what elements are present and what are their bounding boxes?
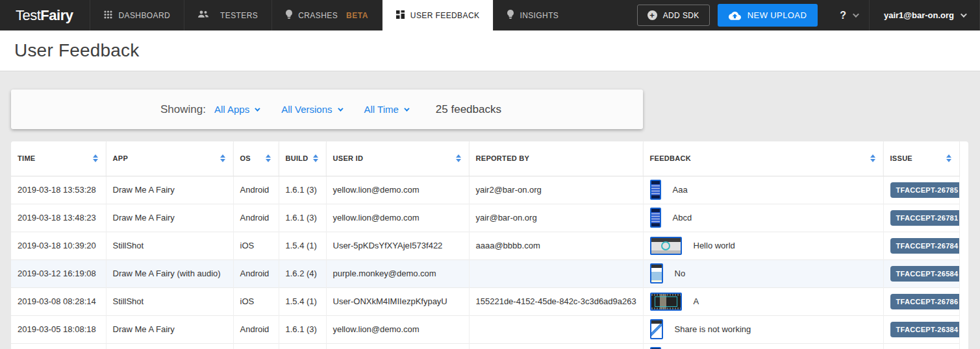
column-header-time[interactable]: TIME <box>11 141 106 176</box>
filter-all-apps[interactable]: All Apps <box>214 104 258 115</box>
top-nav: TestFairy DASHBOARD TESTERS CRASHES BETA… <box>0 0 980 30</box>
sort-icon[interactable] <box>220 154 225 162</box>
bulb-icon <box>507 10 514 21</box>
testfairy-logo[interactable]: TestFairy <box>0 0 90 30</box>
cell-time: 2019-03-08 08:28:14 <box>11 287 106 315</box>
nav-item-crashes[interactable]: CRASHES BETA <box>271 0 382 30</box>
title-band: User Feedback <box>0 30 980 71</box>
nav-item-testers[interactable]: TESTERS <box>184 0 271 30</box>
feedback-text: No <box>675 269 686 278</box>
filter-all-versions[interactable]: All Versions <box>281 104 341 115</box>
cell-user-id: yellow.lion@demo.com <box>326 204 469 232</box>
feedback-count: 25 feedbacks <box>436 103 501 116</box>
nav-right-actions: + ADD SDK NEW UPLOAD ? yair1@bar-on.org <box>637 0 980 30</box>
sort-icon[interactable] <box>93 154 98 162</box>
cell-app: StillShot <box>106 232 233 259</box>
column-header-issue[interactable]: ISSUE <box>883 141 959 176</box>
cell-app: StillShot <box>106 287 233 315</box>
cell-user-id: yellow.lion@demo.com <box>326 176 469 204</box>
cell-time: 2019-03-12 16:19:08 <box>11 259 106 287</box>
column-label: BUILD <box>286 154 308 162</box>
nav-item-user-feedback[interactable]: USER FEEDBACK <box>382 0 494 30</box>
grid-icon <box>104 10 112 21</box>
column-label: FEEDBACK <box>650 154 692 162</box>
table-row[interactable]: 2019-03-12 16:19:08 Draw Me A Fairy (wit… <box>11 259 959 287</box>
feedback-thumbnail[interactable] <box>650 237 682 255</box>
filter-label: All Time <box>364 104 399 115</box>
cell-reported-by: 155221de-4152-45de-842c-3c3d6ad9a263 <box>469 287 643 315</box>
cell-issue: TFACCEPT-26785 <box>883 176 959 204</box>
cell-build: 1.5.4 (1) <box>279 287 326 315</box>
cell-user-id: purple.monkey@demo.com <box>326 259 469 287</box>
filter-all-time[interactable]: All Time <box>364 104 408 115</box>
feedback-thumbnail[interactable] <box>650 319 663 339</box>
help-icon: ? <box>840 10 846 21</box>
cell-os: iOS <box>233 232 279 259</box>
table-row[interactable]: 2019-03-18 13:53:28 Draw Me A Fairy Andr… <box>11 176 959 204</box>
table-row[interactable] <box>11 343 959 349</box>
column-header-user-id[interactable]: USER ID <box>326 141 469 176</box>
cell-issue: TFACCEPT-26784 <box>883 232 959 259</box>
bulb-icon <box>286 10 292 21</box>
issue-badge[interactable]: TFACCEPT-26786 <box>890 294 960 309</box>
nav-item-label: INSIGHTS <box>520 11 559 20</box>
nav-item-label: USER FEEDBACK <box>410 11 480 20</box>
account-menu[interactable]: yair1@bar-on.org <box>869 0 980 30</box>
feedback-text: Hello world <box>694 241 735 250</box>
feedback-thumbnail[interactable] <box>650 293 682 311</box>
cell-reported-by <box>469 259 643 287</box>
sort-icon[interactable] <box>266 154 271 162</box>
cell-user-id: User-5pKDsYfXYAjeI573f422 <box>326 232 469 259</box>
feedback-grid-icon <box>396 10 405 21</box>
column-header-app[interactable]: APP <box>106 141 233 176</box>
new-upload-button[interactable]: NEW UPLOAD <box>718 4 818 27</box>
plus-circle-icon: + <box>647 10 657 20</box>
feedback-thumbnail[interactable] <box>650 263 663 283</box>
chevron-down-icon <box>338 106 343 111</box>
cell-feedback: Aaa <box>643 176 883 204</box>
sort-icon[interactable] <box>946 154 951 162</box>
add-sdk-button[interactable]: + ADD SDK <box>637 5 710 26</box>
column-header-reported-by: REPORTED BY <box>469 141 643 176</box>
sort-icon[interactable] <box>313 154 318 162</box>
nav-item-dashboard[interactable]: DASHBOARD <box>90 0 184 30</box>
table-row[interactable]: 2019-03-18 10:39:20 StillShot iOS 1.5.4 … <box>11 232 959 259</box>
cell-feedback: A <box>643 287 883 315</box>
issue-badge[interactable]: TFACCEPT-26784 <box>890 238 960 254</box>
issue-badge[interactable]: TFACCEPT-26785 <box>890 182 960 198</box>
table-row[interactable]: 2019-03-08 08:28:14 StillShot iOS 1.5.4 … <box>11 287 959 315</box>
issue-badge[interactable]: TFACCEPT-26781 <box>890 210 960 226</box>
sort-icon[interactable] <box>870 154 875 162</box>
table-row[interactable]: 2019-03-18 13:48:23 Draw Me A Fairy Andr… <box>11 204 959 232</box>
column-label: REPORTED BY <box>476 154 530 162</box>
cell-os: Android <box>233 259 279 287</box>
feedback-text: Abcd <box>673 213 692 223</box>
nav-item-insights[interactable]: INSIGHTS <box>493 0 572 30</box>
cell-os: Android <box>233 315 279 343</box>
beta-badge: BETA <box>346 11 368 20</box>
cell-build: 1.6.1 (3) <box>279 176 326 204</box>
showing-label: Showing: <box>160 103 206 116</box>
issue-badge[interactable]: TFACCEPT-26384 <box>890 322 960 337</box>
nav-item-label: TESTERS <box>220 11 258 20</box>
sort-icon[interactable] <box>456 154 461 162</box>
column-header-os[interactable]: OS <box>233 141 279 176</box>
cell-time: 2019-03-18 13:48:23 <box>11 204 106 232</box>
feedback-thumbnail[interactable] <box>650 180 661 200</box>
nav-item-label: DASHBOARD <box>118 11 170 20</box>
cell-build: 1.6.1 (3) <box>279 315 326 343</box>
cell-issue: TFACCEPT-26781 <box>883 204 959 232</box>
feedback-thumbnail[interactable] <box>650 208 661 228</box>
filter-label: All Versions <box>281 104 332 115</box>
help-menu[interactable]: ? <box>828 10 869 21</box>
cell-feedback <box>643 343 883 349</box>
table-row[interactable]: 2019-03-05 18:08:18 Draw Me A Fairy Andr… <box>11 315 959 343</box>
cell-issue: TFACCEPT-26584 <box>883 259 959 287</box>
column-header-feedback[interactable]: FEEDBACK <box>643 141 883 176</box>
cell-time: 2019-03-05 18:08:18 <box>11 315 106 343</box>
cell-os: Android <box>233 176 279 204</box>
page-title: User Feedback <box>14 40 139 61</box>
issue-badge[interactable]: TFACCEPT-26584 <box>890 266 960 282</box>
chevron-down-icon <box>404 106 409 111</box>
column-header-build[interactable]: BUILD <box>279 141 326 176</box>
